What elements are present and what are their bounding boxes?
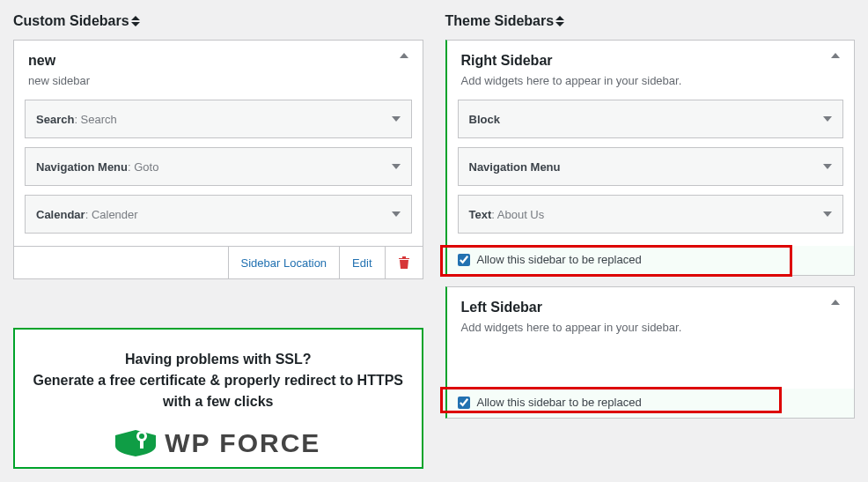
sidebar-location-button[interactable]: Sidebar Location [228,247,340,278]
sidebar-title: Right Sidebar [461,53,841,69]
allow-replace-checkbox[interactable] [458,254,470,266]
theme-sidebar-right: Right Sidebar Add widgets here to appear… [445,40,856,276]
trash-icon [398,256,410,270]
allow-replace-checkbox[interactable] [458,397,470,409]
widget-label: Navigation Menu [469,160,561,174]
sidebar-header: Left Sidebar Add widgets here to appear … [447,287,855,346]
widget-item[interactable]: Block [458,100,844,138]
theme-sidebars-heading: Theme Sidebars [445,13,856,29]
widget-value: About Us [497,208,544,221]
delete-button[interactable] [385,247,423,278]
sidebar-description: Add widgets here to appear in your sideb… [461,321,841,334]
collapse-caret-icon[interactable] [400,53,408,58]
promo-line1: Having problems with SSL? [125,352,312,367]
widget-value: Calender [92,208,138,221]
widget-item[interactable]: Calendar: Calender [25,195,412,234]
chevron-down-icon [392,113,401,126]
widget-name: Search [36,113,74,126]
shield-icon [115,430,156,456]
sort-icon[interactable] [555,16,564,26]
svg-point-1 [139,434,144,439]
chevron-down-icon [392,160,401,174]
sidebar-title: Left Sidebar [461,300,841,315]
allow-replace-label[interactable]: Allow this sidebar to be replaced [477,396,642,409]
widgets-list: Search: Search Navigation Menu: Goto Cal… [14,91,423,246]
edit-button[interactable]: Edit [339,247,384,278]
custom-sidebars-column: Custom Sidebars new new sidebar Search: … [13,13,423,469]
promo-box: Having problems with SSL? Generate a fre… [13,328,423,469]
chevron-down-icon [823,113,832,126]
theme-sidebar-left: Left Sidebar Add widgets here to appear … [445,286,856,419]
widget-label: Text: About Us [469,208,545,221]
sidebar-header: new new sidebar [14,41,423,91]
heading-text: Theme Sidebars [445,13,555,29]
widget-value: Goto [134,160,158,174]
chevron-down-icon [823,208,832,221]
widget-label: Block [469,113,500,126]
widget-item[interactable]: Search: Search [25,100,412,138]
widget-item[interactable]: Navigation Menu [458,147,844,186]
widget-item[interactable]: Navigation Menu: Goto [25,147,412,186]
widget-item[interactable]: Text: About Us [458,195,844,234]
widget-label: Navigation Menu: Goto [36,160,158,174]
allow-replace-label[interactable]: Allow this sidebar to be replaced [477,253,642,266]
custom-sidebar-new: new new sidebar Search: Search Navigatio… [13,40,423,279]
widget-label: Search: Search [36,113,117,126]
chevron-down-icon [392,208,401,221]
sidebar-title: new [28,53,408,69]
widgets-list-empty [447,346,855,389]
widget-name: Text [469,208,492,221]
allow-replace-row: Allow this sidebar to be replaced [447,246,855,275]
sidebar-header: Right Sidebar Add widgets here to appear… [447,41,855,91]
heading-text: Custom Sidebars [13,13,129,29]
sidebar-actions: Sidebar Location Edit [14,246,423,278]
spacer [14,247,228,278]
custom-sidebars-heading: Custom Sidebars [13,13,423,29]
widget-name: Navigation Menu [36,160,128,174]
widget-value: Search [81,113,117,126]
theme-sidebars-column: Theme Sidebars Right Sidebar Add widgets… [445,13,856,469]
sort-icon[interactable] [131,16,140,26]
widget-name: Calendar [36,208,85,221]
collapse-caret-icon[interactable] [831,300,840,305]
widgets-list: Block Navigation Menu Text: About Us [447,91,855,246]
allow-replace-row: Allow this sidebar to be replaced [447,389,855,418]
widget-label: Calendar: Calender [36,208,138,221]
sidebar-description: Add widgets here to appear in your sideb… [461,74,841,87]
collapse-caret-icon[interactable] [831,53,840,58]
sidebar-description: new sidebar [28,74,408,87]
promo-line2: Generate a free certificate & properly r… [33,373,403,409]
svg-rect-2 [140,441,143,449]
chevron-down-icon [823,160,832,174]
promo-logo: WP FORCE [33,428,404,458]
promo-text: Having problems with SSL? Generate a fre… [33,349,404,412]
promo-logo-text: WP FORCE [165,428,320,458]
